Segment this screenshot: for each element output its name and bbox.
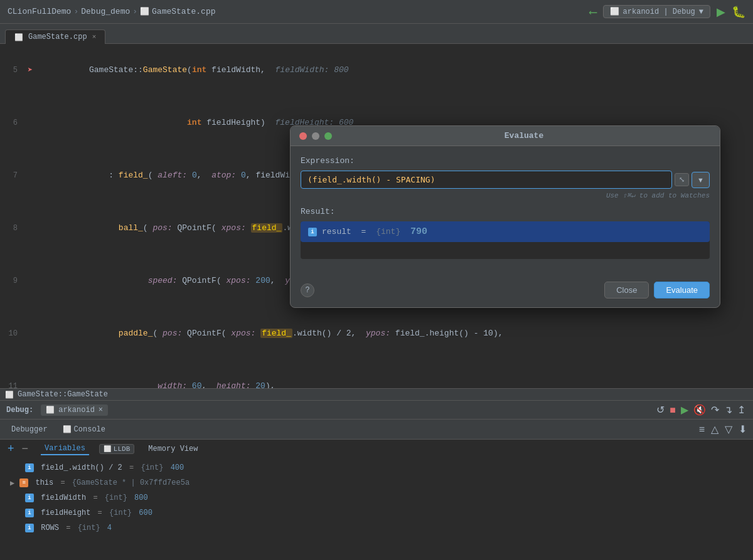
breadcrumb-sep2: › xyxy=(132,7,137,16)
debug-session-close[interactable]: × xyxy=(99,406,103,415)
var-type-rows: {int} xyxy=(78,524,105,532)
traffic-light-red[interactable] xyxy=(299,132,307,140)
debug-stop-btn[interactable]: ■ xyxy=(668,403,677,417)
var-name-fieldwidth2: fieldWidth xyxy=(36,494,86,502)
file-icon: ⬜ xyxy=(140,7,149,16)
line-number-8: 8 xyxy=(0,219,23,237)
result-name: result xyxy=(322,227,351,236)
debug-arrow-icon: ➤ xyxy=(28,61,33,79)
variables-list: i field_.width() / 2 = {int} 400 ▶ ≡ thi… xyxy=(0,458,753,538)
close-button[interactable]: Close xyxy=(604,282,649,298)
layout-btn-4[interactable]: ⬇ xyxy=(737,422,748,436)
var-name-rows: ROWS xyxy=(36,524,59,532)
debug-step-over-btn[interactable]: ↷ xyxy=(710,403,720,417)
line-number-7: 7 xyxy=(0,167,23,184)
debug-step-into-btn[interactable]: ↴ xyxy=(723,403,734,417)
var-row-rows: i ROWS = {int} 4 xyxy=(0,520,753,536)
frame-section: ⬜ GameState::GameState xyxy=(0,388,753,400)
var-row-fieldwidth: i field_.width() / 2 = {int} 400 xyxy=(0,460,753,475)
memory-view-tab[interactable]: Memory View xyxy=(144,443,201,455)
add-watch-btn[interactable]: + xyxy=(5,442,17,455)
tab-gamestatepp[interactable]: ⬜ GameState.cpp × xyxy=(5,29,105,44)
line-number-9: 9 xyxy=(0,272,23,290)
var-eq-fieldheight: = xyxy=(93,509,107,517)
var-eq-fieldwidth: = xyxy=(125,463,139,472)
var-icon-fieldwidth: i xyxy=(25,463,34,472)
expand-expression-btn[interactable]: ⤡ xyxy=(675,173,689,186)
run-config-dropdown-icon: ▼ xyxy=(699,8,703,16)
debugger-console-tabs: Debugger ⬜ Console ≡ △ ▽ ⬇ xyxy=(0,420,753,440)
lldb-tab[interactable]: ⬜ LLDB xyxy=(99,444,134,454)
layout-btn-2[interactable]: △ xyxy=(710,422,720,436)
dialog-title-bar: Evaluate xyxy=(291,126,720,146)
var-icon-this: ≡ xyxy=(19,478,28,487)
expression-input[interactable] xyxy=(301,171,672,189)
dialog-body: Expression: ⤡ ▼ Use ⇧⌘↵ to add to Watche… xyxy=(291,146,720,277)
remove-watch-btn[interactable]: − xyxy=(19,442,31,455)
debug-layout-buttons: ≡ △ ▽ ⬇ xyxy=(698,422,748,436)
expression-history-btn[interactable]: ▼ xyxy=(692,172,710,188)
var-name-fieldheight: fieldHeight xyxy=(36,509,90,517)
bottom-panel: Debug: ⬜ arkanoid × ↺ ■ ▶ 🔇 ↷ ↴ ↥ Debugg… xyxy=(0,400,753,560)
debug-session-icon: ⬜ xyxy=(46,406,55,414)
evaluate-dialog[interactable]: Evaluate Expression: ⤡ ▼ Use ⇧⌘↵ to add … xyxy=(290,125,720,308)
console-tab[interactable]: ⬜ Console xyxy=(56,423,112,436)
debugger-tab[interactable]: Debugger xyxy=(5,423,54,436)
result-type: {int} xyxy=(376,227,405,236)
help-icon: ? xyxy=(305,286,309,295)
debug-action-buttons: ↺ ■ ▶ 🔇 ↷ ↴ ↥ xyxy=(655,403,747,417)
breadcrumb: CLionFullDemo › Debug_demo › ⬜ GameState… xyxy=(8,7,586,16)
title-bar: CLionFullDemo › Debug_demo › ⬜ GameState… xyxy=(0,0,753,24)
var-type-fieldwidth: {int} xyxy=(141,463,168,472)
breadcrumb-sep1: › xyxy=(73,7,78,16)
run-config-label: arkanoid | Debug xyxy=(623,8,695,16)
debug-resume-btn[interactable]: ▶ xyxy=(680,403,690,417)
result-equals: = xyxy=(356,227,371,236)
var-icon-fieldwidth2: i xyxy=(25,494,34,502)
breadcrumb-project[interactable]: CLionFullDemo xyxy=(8,7,71,16)
debug-label: Debug: xyxy=(6,406,33,415)
debug-bar: Debug: ⬜ arkanoid × ↺ ■ ▶ 🔇 ↷ ↴ ↥ xyxy=(0,401,753,420)
nav-back-icon[interactable]: ⟵ xyxy=(590,5,597,19)
variables-tab-label: Variables xyxy=(45,444,85,453)
layout-btn-3[interactable]: ▽ xyxy=(724,422,734,436)
run-config-icon: ⬜ xyxy=(610,7,619,16)
add-remove-btns: + − xyxy=(5,442,31,455)
var-row-fieldheight: i fieldHeight = {int} 600 xyxy=(0,505,753,520)
console-tab-label: Console xyxy=(74,425,105,434)
var-row-fieldwidth2: i fieldWidth = {int} 800 xyxy=(0,490,753,505)
dialog-title: Evaluate xyxy=(337,131,711,140)
line-code-10: paddle_( pos: QPointF( xpos: field_.widt… xyxy=(38,307,753,360)
debug-session-tab[interactable]: ⬜ arkanoid × xyxy=(41,404,108,416)
memory-view-label: Memory View xyxy=(148,445,198,453)
variables-tab[interactable]: Variables xyxy=(41,443,89,455)
help-button[interactable]: ? xyxy=(301,283,314,297)
run-config-selector[interactable]: ⬜ arkanoid | Debug ▼ xyxy=(603,5,710,18)
var-eq-this: = xyxy=(56,478,70,487)
debug-mute-btn[interactable]: 🔇 xyxy=(692,403,707,417)
var-value-fieldwidth2: 800 xyxy=(134,494,148,502)
traffic-light-green[interactable] xyxy=(324,132,332,140)
run-button[interactable]: ▶ xyxy=(717,5,725,19)
traffic-light-yellow[interactable] xyxy=(312,132,319,140)
tab-close-button[interactable]: × xyxy=(92,33,97,41)
evaluate-button[interactable]: Evaluate xyxy=(654,282,710,298)
debug-run-button[interactable]: 🐛 xyxy=(732,5,745,19)
line-number-6: 6 xyxy=(0,114,23,132)
breadcrumb-file[interactable]: GameState.cpp xyxy=(152,7,215,16)
debug-restart-btn[interactable]: ↺ xyxy=(655,403,666,417)
breadcrumb-folder[interactable]: Debug_demo xyxy=(81,7,130,16)
frame-icon: ⬜ xyxy=(5,391,14,399)
var-icon-rows: i xyxy=(25,524,34,532)
var-eq-rows: = xyxy=(61,524,75,532)
code-line-10: 10 paddle_( pos: QPointF( xpos: field_.w… xyxy=(0,307,753,360)
expand-this-icon[interactable]: ▶ xyxy=(10,478,14,488)
var-row-this: ▶ ≡ this = {GameState * | 0x7ffd7ee5a xyxy=(0,475,753,490)
frame-label: GameState::GameState xyxy=(18,390,108,399)
result-value: 790 xyxy=(410,226,427,237)
layout-btn-1[interactable]: ≡ xyxy=(698,422,706,436)
tab-label: GameState.cpp xyxy=(28,33,87,41)
debug-step-out-btn[interactable]: ↥ xyxy=(736,403,747,417)
var-name-this: this xyxy=(31,478,53,487)
lldb-icon: ⬜ xyxy=(104,445,111,453)
